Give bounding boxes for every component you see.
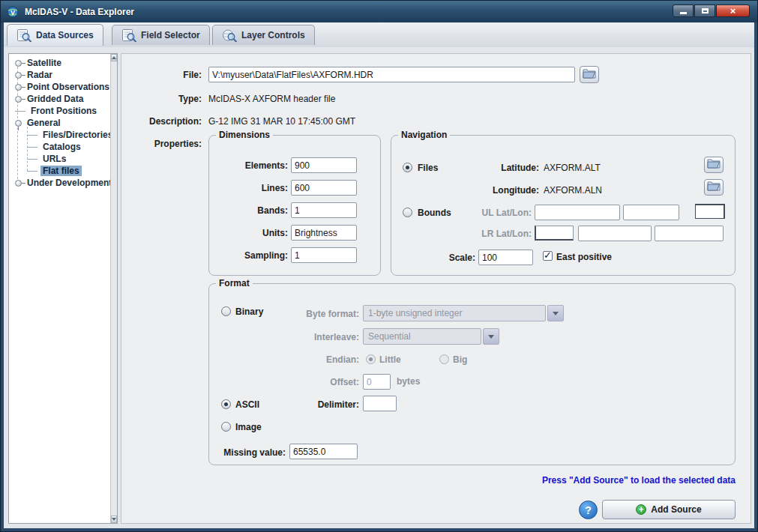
description-value: G-12 IMG 31 MAR 10 17:45:00 GMT xyxy=(208,115,355,127)
east-positive-label: East positive xyxy=(556,251,612,263)
byte-format-value: 1-byte unsigned integer xyxy=(363,305,546,321)
maximize-button[interactable] xyxy=(694,4,715,17)
binary-radio[interactable] xyxy=(221,306,231,316)
sampling-label: Sampling: xyxy=(214,250,288,262)
tree-item-label: Front Positions xyxy=(28,106,99,116)
scrollbar-up-icon[interactable] xyxy=(111,54,117,61)
image-radio[interactable] xyxy=(221,422,231,432)
scale-input[interactable] xyxy=(478,250,533,265)
tree-toggle-icon[interactable] xyxy=(15,60,22,67)
tab-label: Data Sources xyxy=(36,30,94,40)
tree-leaf-line xyxy=(27,159,37,160)
latitude-browse-button[interactable] xyxy=(704,157,724,173)
sampling-input[interactable] xyxy=(291,247,357,263)
file-path-input[interactable] xyxy=(208,67,575,82)
minimize-icon xyxy=(680,12,687,14)
chevron-down-icon[interactable] xyxy=(547,305,564,321)
ascii-radio[interactable] xyxy=(221,399,231,409)
offset-label: Offset: xyxy=(292,376,359,388)
byte-format-combo[interactable]: 1-byte unsigned integer xyxy=(363,305,564,321)
tab-data-sources[interactable]: Data Sources xyxy=(7,24,103,46)
lines-label: Lines: xyxy=(214,182,288,194)
tree-toggle-icon[interactable] xyxy=(15,180,22,187)
elements-label: Elements: xyxy=(214,160,288,172)
offset-input[interactable] xyxy=(363,374,391,390)
svg-text:V: V xyxy=(10,9,15,16)
lines-input[interactable] xyxy=(291,180,357,196)
tree-item-files-directories[interactable]: Files/Directories xyxy=(9,129,106,141)
longitude-browse-button[interactable] xyxy=(704,179,724,196)
tree-item-under-development[interactable]: Under Development xyxy=(9,177,106,189)
app-icon: V xyxy=(7,6,19,18)
titlebar: V McIDAS-V - Data Explorer × xyxy=(1,1,757,22)
chevron-down-icon[interactable] xyxy=(483,328,499,345)
latitude-value: AXFORM.ALT xyxy=(544,162,601,174)
file-browse-button[interactable] xyxy=(580,66,599,83)
tree-item-front-positions[interactable]: Front Positions xyxy=(9,105,106,117)
tree-leaf-line xyxy=(27,171,37,172)
tree-item-satellite[interactable]: Satellite xyxy=(9,57,106,69)
tab-layer-controls[interactable]: Layer Controls xyxy=(212,25,315,45)
tree-toggle-icon[interactable] xyxy=(15,96,22,103)
endian-little-radio[interactable] xyxy=(366,354,376,364)
delimiter-label: Delimiter: xyxy=(292,399,359,411)
units-input[interactable] xyxy=(291,225,357,241)
tree-item-label: Radar xyxy=(25,70,55,80)
tab-field-selector[interactable]: Field Selector xyxy=(112,25,210,45)
help-button[interactable]: ? xyxy=(579,501,598,519)
ascii-radio-label: ASCII xyxy=(235,399,259,411)
mcidas-window: V McIDAS-V - Data Explorer × Data Source… xyxy=(0,0,758,532)
tree-item-catalogs[interactable]: Catalogs xyxy=(9,141,106,153)
interleave-value: Sequential xyxy=(363,328,481,345)
lr-lat-input[interactable] xyxy=(578,226,652,241)
scrollbar-down-icon[interactable] xyxy=(111,516,117,523)
elements-input[interactable] xyxy=(291,157,357,173)
tree-toggle-icon[interactable] xyxy=(15,72,22,79)
tree-item-point-observations[interactable]: Point Observations xyxy=(9,81,106,93)
add-source-button[interactable]: + Add Source xyxy=(602,500,736,519)
tabbar: Data Sources Field Selector Layer Contro… xyxy=(4,22,754,48)
tree-item-flat-files[interactable]: Flat files xyxy=(9,165,106,177)
endian-big-radio[interactable] xyxy=(439,354,449,364)
tab-label: Field Selector xyxy=(141,30,200,40)
bounds-radio[interactable] xyxy=(403,208,412,217)
scale-label: Scale: xyxy=(432,252,475,264)
tree-toggle-icon[interactable] xyxy=(15,120,22,127)
lr-lon-input[interactable] xyxy=(655,226,724,241)
bands-input[interactable] xyxy=(291,202,357,218)
offset-unit-label: bytes xyxy=(397,375,420,387)
folder-icon xyxy=(707,158,721,172)
add-source-hint: Press "Add Source" to load the selected … xyxy=(421,475,736,486)
tree-item-general[interactable]: General xyxy=(9,117,106,129)
ul-latlon-label: UL Lat/Lon: xyxy=(472,207,532,219)
tree-toggle-icon[interactable] xyxy=(15,84,22,91)
missing-value-input[interactable] xyxy=(289,444,358,459)
byte-format-label: Byte format: xyxy=(292,308,359,320)
delimiter-input[interactable] xyxy=(363,396,397,411)
minimize-button[interactable] xyxy=(673,4,694,17)
tree-scrollbar[interactable] xyxy=(110,54,117,523)
window-controls: × xyxy=(673,4,750,17)
lr-corner-indicator xyxy=(535,226,574,241)
data-sources-tab-icon xyxy=(16,28,31,42)
close-button[interactable]: × xyxy=(716,4,750,17)
folder-icon xyxy=(583,68,596,82)
tree-leaf-line xyxy=(27,147,37,148)
files-radio[interactable] xyxy=(403,163,412,172)
endian-label: Endian: xyxy=(292,354,359,366)
dimensions-group-title: Dimensions xyxy=(216,130,273,141)
ul-lat-input[interactable] xyxy=(535,205,620,220)
ul-corner-indicator xyxy=(695,204,725,219)
tree-item-label: General xyxy=(25,118,63,128)
interleave-label: Interleave: xyxy=(292,331,359,343)
tab-label: Layer Controls xyxy=(241,30,305,40)
ul-lon-input[interactable] xyxy=(623,205,679,220)
folder-icon xyxy=(707,181,721,194)
east-positive-checkbox[interactable] xyxy=(543,251,553,261)
tree-item-urls[interactable]: URLs xyxy=(9,153,106,165)
tree-item-radar[interactable]: Radar xyxy=(9,69,106,81)
tree-item-gridded-data[interactable]: Gridded Data xyxy=(9,93,106,105)
field-selector-tab-icon xyxy=(121,28,136,42)
file-label: File: xyxy=(128,69,202,81)
interleave-combo[interactable]: Sequential xyxy=(363,328,499,345)
